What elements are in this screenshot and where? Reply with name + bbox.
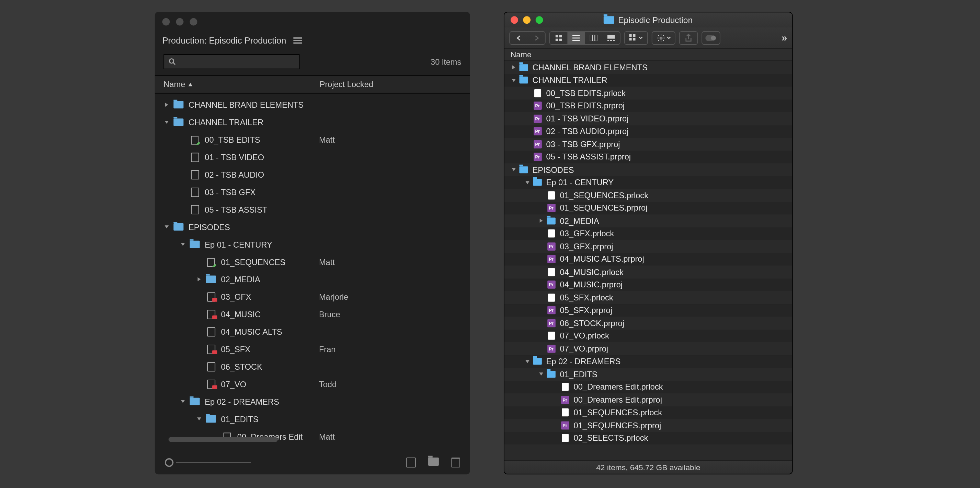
share-button[interactable] <box>679 31 698 44</box>
tags-button[interactable] <box>702 31 721 44</box>
disclosure-triangle[interactable] <box>180 398 186 405</box>
disclosure-triangle[interactable] <box>180 241 186 247</box>
list-view-button[interactable] <box>567 32 585 44</box>
disclosure-triangle[interactable] <box>511 78 517 83</box>
file-row[interactable]: Pr06_STOCK.prproj <box>504 317 792 329</box>
disclosure-triangle[interactable] <box>524 359 531 364</box>
tree-row[interactable]: 03_GFXMarjorie <box>155 288 470 306</box>
horizontal-scrollbar[interactable] <box>169 436 470 444</box>
tree-row[interactable]: 01_SEQUENCESMatt <box>155 253 470 271</box>
arrange-menu[interactable] <box>624 31 648 44</box>
disclosure-triangle[interactable] <box>196 416 202 422</box>
zoom-light[interactable] <box>190 18 197 26</box>
finder-column-header[interactable]: Name <box>504 49 792 61</box>
file-row[interactable]: Ep 01 - CENTURY <box>504 176 792 189</box>
disclosure-triangle[interactable] <box>524 180 531 185</box>
panel-menu-icon[interactable] <box>294 37 302 44</box>
tree-row[interactable]: EPISODES <box>155 218 470 236</box>
file-row[interactable]: Pr01_SEQUENCES.prproj <box>504 202 792 214</box>
file-icon <box>533 89 541 97</box>
locked-column-header[interactable]: Project Locked <box>320 80 461 89</box>
file-row[interactable]: 01_SEQUENCES.prlock <box>504 406 792 419</box>
file-row[interactable]: Pr03_GFX.prproj <box>504 240 792 253</box>
delete-icon[interactable] <box>451 458 460 467</box>
file-row[interactable]: CHANNEL TRAILER <box>504 74 792 86</box>
tree-row[interactable]: Ep 01 - CENTURY <box>155 236 470 253</box>
svg-rect-2 <box>555 35 558 37</box>
new-item-icon[interactable] <box>406 458 415 467</box>
zoom-slider-track[interactable] <box>176 462 251 463</box>
file-row[interactable]: Pr05_SFX.prproj <box>504 304 792 317</box>
disclosure-triangle[interactable] <box>196 276 202 282</box>
file-row[interactable]: 02_MEDIA <box>504 214 792 227</box>
disclosure-triangle[interactable] <box>511 167 517 173</box>
tree-row[interactable]: 01_EDITS <box>155 410 470 428</box>
tree-row[interactable]: 04_MUSICBruce <box>155 306 470 323</box>
tree-row[interactable]: 06_STOCK <box>155 358 470 375</box>
file-row[interactable]: 05_SFX.prlock <box>504 291 792 304</box>
minimize-light[interactable] <box>176 18 184 26</box>
minimize-button[interactable] <box>523 16 531 24</box>
file-row[interactable]: Pr00_TSB EDITS.prproj <box>504 100 792 112</box>
file-row[interactable]: Pr03 - TSB GFX.prproj <box>504 138 792 151</box>
file-row[interactable]: 04_MUSIC.prlock <box>504 265 792 278</box>
tree-row[interactable]: CHANNEL BRAND ELEMENTS <box>155 96 470 114</box>
disclosure-triangle[interactable] <box>538 219 544 223</box>
file-row[interactable]: 03_GFX.prlock <box>504 227 792 240</box>
icon-view-button[interactable] <box>550 32 567 44</box>
disclosure-triangle[interactable] <box>538 372 544 377</box>
tree-row[interactable]: 02 - TSB AUDIO <box>155 166 470 184</box>
finder-file-list[interactable]: CHANNEL BRAND ELEMENTSCHANNEL TRAILER00_… <box>504 61 792 458</box>
file-row[interactable]: Pr01_SEQUENCES.prproj <box>504 419 792 432</box>
folder-icon <box>519 165 528 174</box>
file-row[interactable]: 07_VO.prlock <box>504 330 792 342</box>
toolbar-overflow-icon[interactable]: » <box>781 32 787 44</box>
new-bin-icon[interactable] <box>428 458 439 466</box>
tree-row[interactable]: 04_MUSIC ALTS <box>155 323 470 341</box>
project-tree[interactable]: CHANNEL BRAND ELEMENTSCHANNEL TRAILER00_… <box>155 93 470 449</box>
disclosure-triangle[interactable] <box>164 119 170 125</box>
file-row[interactable]: Pr04_MUSIC ALTS.prproj <box>504 253 792 265</box>
action-menu[interactable] <box>652 31 675 44</box>
forward-button[interactable] <box>527 32 545 44</box>
file-row[interactable]: 02_SELECTS.prlock <box>504 432 792 444</box>
tree-row[interactable]: 00_TSB EDITSMatt <box>155 131 470 149</box>
disclosure-triangle[interactable] <box>511 65 517 70</box>
disclosure-triangle[interactable] <box>164 101 170 108</box>
tree-row[interactable]: Ep 02 - DREAMERS <box>155 393 470 410</box>
file-row[interactable]: Pr07_VO.prproj <box>504 342 792 355</box>
file-row[interactable]: 01_EDITS <box>504 368 792 381</box>
close-button[interactable] <box>511 16 518 24</box>
folder-icon <box>173 100 183 110</box>
tree-row[interactable]: 05 - TSB ASSIST <box>155 201 470 218</box>
file-row[interactable]: 00_TSB EDITS.prlock <box>504 87 792 100</box>
file-row[interactable]: Pr00_Dreamers Edit.prproj <box>504 393 792 406</box>
file-row[interactable]: 01_SEQUENCES.prlock <box>504 189 792 202</box>
search-input[interactable] <box>164 54 299 69</box>
column-view-button[interactable] <box>585 32 602 44</box>
gallery-view-button[interactable] <box>602 32 620 44</box>
file-row[interactable]: Pr04_MUSIC.prproj <box>504 279 792 291</box>
name-column-header[interactable]: Name <box>164 80 319 89</box>
tree-row[interactable]: CHANNEL TRAILER <box>155 114 470 131</box>
back-button[interactable] <box>510 32 527 44</box>
locked-by: Marjorie <box>319 292 348 301</box>
zoom-slider-knob[interactable] <box>165 458 173 467</box>
disclosure-triangle[interactable] <box>164 224 170 230</box>
tree-row[interactable]: 07_VOTodd <box>155 375 470 393</box>
file-row[interactable]: Pr05 - TSB ASSIST.prproj <box>504 151 792 163</box>
zoom-button[interactable] <box>536 16 543 24</box>
file-row[interactable]: Pr02 - TSB AUDIO.prproj <box>504 125 792 138</box>
file-name: 01 - TSB VIDEO.prproj <box>546 114 629 123</box>
tree-row[interactable]: 03 - TSB GFX <box>155 183 470 201</box>
file-row[interactable]: Pr01 - TSB VIDEO.prproj <box>504 112 792 125</box>
file-row[interactable]: CHANNEL BRAND ELEMENTS <box>504 61 792 74</box>
item-label: EPISODES <box>189 222 230 231</box>
file-row[interactable]: 00_Dreamers Edit.prlock <box>504 381 792 393</box>
file-row[interactable]: Ep 02 - DREAMERS <box>504 355 792 368</box>
tree-row[interactable]: 01 - TSB VIDEO <box>155 149 470 166</box>
tree-row[interactable]: 02_MEDIA <box>155 271 470 288</box>
file-row[interactable]: EPISODES <box>504 163 792 176</box>
tree-row[interactable]: 05_SFXFran <box>155 341 470 358</box>
close-light[interactable] <box>162 18 170 26</box>
